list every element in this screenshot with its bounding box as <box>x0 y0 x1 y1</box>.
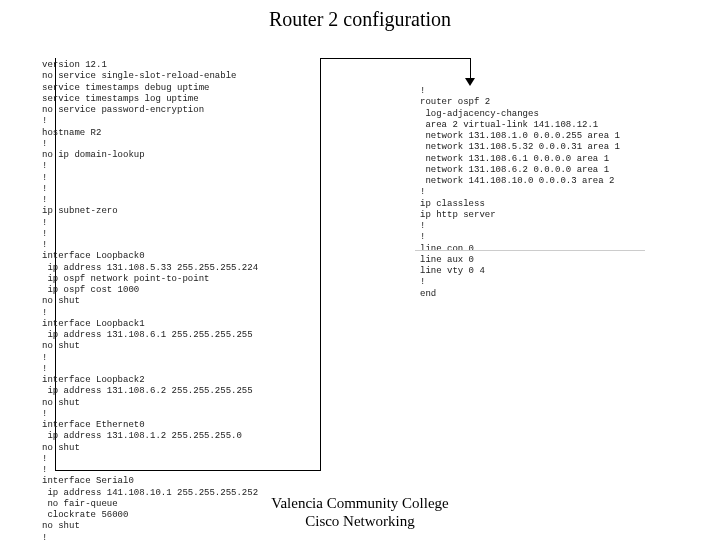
footer-line-2: Cisco Networking <box>0 512 720 530</box>
connector-line <box>320 58 321 471</box>
footer: Valencia Community College Cisco Network… <box>0 494 720 530</box>
arrow-down-icon <box>465 78 475 86</box>
router-config-right: ! router ospf 2 log-adjacency-changes ar… <box>420 86 620 300</box>
divider <box>415 250 645 251</box>
connector-line <box>320 58 470 59</box>
page-title: Router 2 configuration <box>0 8 720 31</box>
router-config-left: version 12.1 no service single-slot-relo… <box>42 60 258 540</box>
connector-line <box>470 58 471 78</box>
footer-line-1: Valencia Community College <box>0 494 720 512</box>
